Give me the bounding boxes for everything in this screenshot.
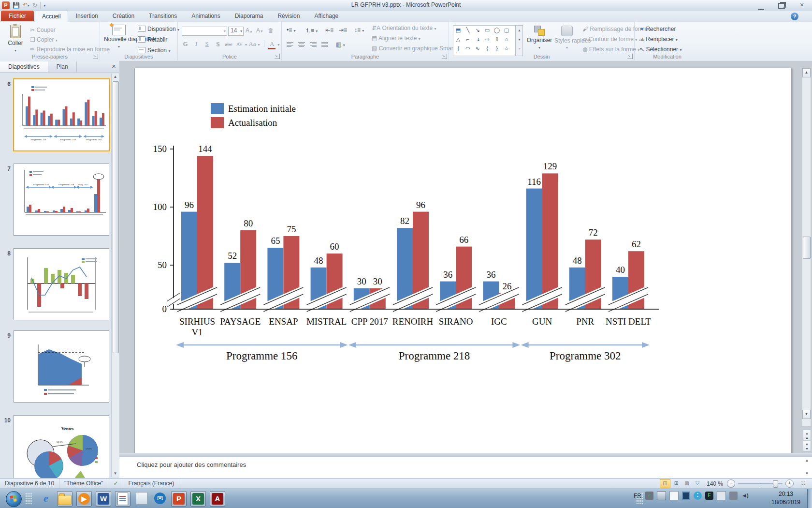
taskbar-app-windows-explorer[interactable] (57, 491, 72, 507)
fsecure-icon[interactable]: F (705, 492, 713, 500)
ribbon-tab-affichage[interactable]: Affichage (307, 11, 345, 21)
spellcheck-icon[interactable]: ✓ (108, 478, 123, 489)
shape-left-brace-icon[interactable]: { (482, 44, 492, 53)
text-shadow-button[interactable]: S (214, 40, 221, 48)
shape-right-arrow-icon[interactable]: ⇨ (482, 35, 492, 44)
grow-font-button[interactable]: A▲ (246, 27, 253, 34)
shape-textbox-icon[interactable]: ⬒ (453, 26, 463, 35)
comments-scrollbar[interactable]: ▲▼ (804, 458, 810, 478)
section-button[interactable]: Section ▾ (138, 47, 170, 54)
shape-star-icon[interactable]: ☆ (502, 44, 511, 53)
shape-curve-icon[interactable]: ∿ (473, 44, 482, 53)
cut-button[interactable]: ✂ Couper (30, 27, 56, 33)
bar-actualisation[interactable] (197, 156, 213, 309)
text-orientation-button[interactable]: ⇵A Orientation du texte ▾ (372, 25, 436, 31)
shape-elbow-arrow-icon[interactable]: ↴ (473, 35, 482, 44)
printer-icon[interactable] (657, 491, 666, 500)
window-icon[interactable] (682, 492, 690, 500)
taskbar-app-notepad[interactable] (134, 491, 149, 506)
zoom-slider-thumb[interactable] (773, 480, 778, 488)
shapes-gallery[interactable]: ⬒╲↘▭◯▢ △⌐↴⇨⇩⌂ ʃ◠∿{}☆ (453, 25, 516, 56)
clock[interactable]: 20:13 18/06/2019 (766, 490, 806, 507)
ribbon-tab-transitions[interactable]: Transitions (142, 11, 184, 21)
tab-plan[interactable]: Plan (48, 61, 77, 72)
line-spacing-button[interactable]: ↕≡ ▾ (354, 27, 364, 33)
shrink-font-button[interactable]: A▼ (256, 27, 263, 34)
strikethrough-button[interactable]: abc (225, 41, 232, 47)
ribbon-tab-accueil[interactable]: Accueil (35, 11, 68, 22)
scrollbar-thumb[interactable] (803, 237, 811, 259)
volume-icon[interactable]: ◄) (741, 492, 749, 500)
usb-icon[interactable]: ✓ (645, 492, 653, 500)
shape-triangle-icon[interactable]: △ (453, 35, 463, 44)
font-name-combo[interactable]: ▾ (182, 27, 227, 36)
scroll-down-icon[interactable]: ▼ (112, 470, 118, 477)
show-desktop-button[interactable] (807, 489, 812, 508)
ribbon-tab-animations[interactable]: Animations (185, 11, 227, 21)
copy-button[interactable]: ❏ Copier ▾ (30, 36, 58, 43)
align-center-button[interactable] (298, 41, 305, 48)
shape-rectangle-icon[interactable]: ▭ (482, 26, 492, 35)
scrollbar-thumb[interactable] (113, 81, 119, 353)
decrease-indent-button[interactable]: ⇤≡ (325, 27, 334, 33)
minimize-button[interactable] (755, 2, 768, 9)
share-icon[interactable]: ⁚ (694, 492, 702, 500)
language-bar[interactable]: FR (634, 493, 641, 499)
close-panel-icon[interactable]: ✕ (112, 63, 116, 70)
new-slide-button[interactable]: ✱ Nouvelle diapositive▾ (104, 25, 134, 49)
italic-button[interactable]: I (192, 40, 200, 48)
start-button[interactable] (6, 491, 22, 507)
bold-button[interactable]: G (182, 40, 189, 48)
align-right-button[interactable] (310, 41, 317, 48)
format-painter-button[interactable]: ✏ Reproduire la mise en forme (30, 46, 110, 53)
clipboard-dialog-launcher[interactable]: ↘ (93, 54, 98, 59)
shape-effects-button[interactable]: ◍ Effets sur la forme ▾ (582, 46, 639, 53)
scroll-down-icon[interactable]: ▼ (802, 410, 811, 419)
shape-oval-icon[interactable]: ◯ (492, 26, 502, 35)
shape-arc-icon[interactable]: ◠ (463, 44, 473, 53)
taskbar-app-internet-explorer[interactable]: e (39, 491, 53, 506)
layout-button[interactable]: Disposition ▾ (138, 26, 179, 32)
zoom-level[interactable]: 140 % (707, 480, 723, 487)
taskbar-app-powerpoint[interactable]: P (171, 491, 187, 507)
quick-styles-button[interactable]: Styles rapides▾ (554, 26, 580, 51)
bar-chart[interactable]: 0501001509652654830823636116484014480756… (135, 68, 791, 453)
justify-button[interactable] (321, 41, 328, 48)
paste-button[interactable]: Coller▾ (5, 25, 26, 53)
taskbar-app-excel[interactable]: X (190, 491, 206, 507)
reading-view-icon[interactable]: ▥ (682, 479, 692, 488)
underline-button[interactable]: S (203, 40, 211, 48)
slideshow-icon[interactable]: ⛉ (693, 479, 702, 488)
bar-estimation-initiale[interactable] (526, 189, 542, 309)
zoom-in-icon[interactable]: + (785, 479, 794, 488)
arrange-button[interactable]: Organiser▾ (525, 26, 553, 50)
next-slide-button[interactable]: ▼▼ (803, 441, 811, 451)
collapse-ribbon-icon[interactable]: ▲ (783, 4, 787, 9)
shape-pentagon-icon[interactable]: ⌂ (502, 35, 511, 44)
mail-icon[interactable] (669, 491, 679, 500)
slide-canvas[interactable]: Estimation initiale Actualisation 050100… (134, 68, 792, 454)
taskbar-app-thunderbird[interactable]: ✉ (153, 491, 167, 506)
slide-sorter-icon[interactable]: ⊞ (671, 479, 681, 488)
find-button[interactable]: ⚭ Rechercher (639, 26, 676, 32)
bar-estimation-initiale[interactable] (181, 212, 197, 309)
ribbon-tab-insertion[interactable]: Insertion (69, 11, 105, 21)
select-button[interactable]: ↖ Sélectionner ▾ (639, 46, 682, 53)
shapes-gallery-scrollbar[interactable]: ▲▼≡ (516, 25, 523, 56)
fit-to-window-icon[interactable]: ⛶ (798, 479, 808, 488)
ribbon-tab-fichier[interactable]: Fichier (1, 11, 34, 21)
help-icon[interactable]: ? (791, 13, 798, 20)
taskbar-app-document-viewer[interactable] (115, 491, 130, 507)
font-dialog-launcher[interactable]: ↘ (275, 54, 280, 59)
zoom-slider[interactable] (738, 483, 783, 484)
comments-splitter[interactable] (119, 453, 812, 457)
shape-down-arrow-icon[interactable]: ⇩ (492, 35, 502, 44)
scroll-up-icon[interactable]: ▲ (802, 68, 811, 77)
shape-outline-button[interactable]: ▱ Contour de forme ▾ (582, 36, 637, 43)
tab-diapositives[interactable]: Diapositives (0, 61, 48, 72)
slide-scrollbar[interactable]: ▲ ▼ (802, 68, 811, 427)
numbering-button[interactable]: ⒈≡ ▾ (305, 27, 318, 35)
taskbar-app-media-player[interactable]: ▶ (76, 491, 92, 507)
comments-pane[interactable]: Cliquez pour ajouter des commentaires ▲▼ (119, 457, 812, 478)
change-case-button[interactable]: Aa (248, 40, 256, 48)
